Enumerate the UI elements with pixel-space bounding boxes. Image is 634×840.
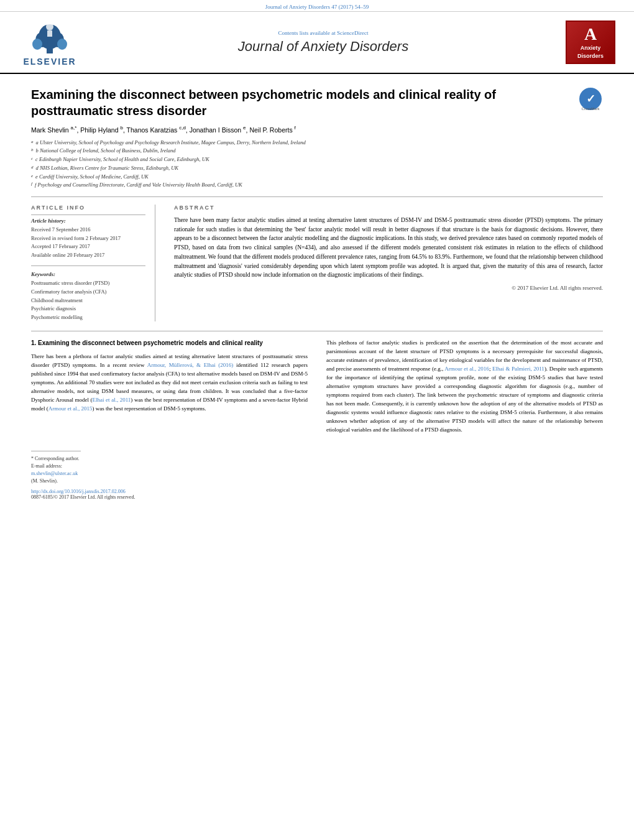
section-1-right-text: This plethora of factor analytic studies… [326, 339, 603, 434]
journal-citation: Journal of Anxiety Disorders 47 (2017) 5… [265, 4, 369, 10]
anxiety-disorders-logo: A Anxiety Disorders [566, 21, 615, 64]
article-info-col: ARTICLE INFO Article history: Received 7… [31, 205, 155, 321]
svg-point-6 [46, 23, 53, 30]
affiliation-b: bb National College of Ireland, School o… [31, 147, 603, 155]
keywords-section: Keywords: Posttraumatic stress disorder … [31, 271, 145, 321]
article-title: Examining the disconnect between psychom… [31, 86, 578, 119]
section-1-left-text: There has been a plethora of factor anal… [31, 353, 308, 413]
footnote-divider: * Corresponding author. E-mail address: … [31, 451, 81, 485]
doi-section: http://dx.doi.org/10.1016/j.janxdis.2017… [31, 489, 308, 500]
divider-2 [31, 331, 603, 331]
affiliations: aa Ulster University, School of Psycholo… [31, 139, 603, 190]
keyword-2: Childhood maltreatment [31, 297, 145, 305]
journal-top-bar: Journal of Anxiety Disorders 47 (2017) 5… [0, 0, 634, 12]
affiliation-a: aa Ulster University, School of Psycholo… [31, 139, 603, 147]
ref-armour-2015: Armour et al., 2015 [48, 405, 93, 412]
history-label: Article history: [31, 218, 145, 224]
affiliation-c: cc Edinburgh Napier University, School o… [31, 155, 603, 164]
abstract-text: There have been many factor analytic stu… [174, 216, 603, 280]
revised-date: Received in revised form 2 February 2017 [31, 234, 145, 243]
email-link: m.shevlin@ulster.ac.uk [31, 471, 78, 476]
divider-keywords [31, 265, 145, 266]
body-left-col: 1. Examining the disconnect between psyc… [31, 339, 308, 500]
elsevier-brand-label: ELSEVIER [23, 57, 76, 67]
body-section-1: 1. Examining the disconnect between psyc… [31, 339, 603, 500]
ref-elhai-palmieri: Elhai & Palmieri, 2011 [492, 366, 544, 372]
ref-armour-2016: Armour, Müllerová, & Elhai (2016) [147, 362, 234, 368]
section-1-heading: 1. Examining the disconnect between psyc… [31, 339, 308, 348]
journal-title: Journal of Anxiety Disorders [81, 39, 566, 55]
divider-1 [31, 196, 603, 197]
abstract-section: ABSTRACT There have been many factor ana… [174, 205, 603, 321]
elsevier-logo: ELSEVIER [19, 18, 81, 67]
svg-rect-7 [47, 30, 52, 37]
svg-point-4 [32, 39, 42, 50]
authors-line: Mark Shevlin a,*, Philip Hyland b, Thano… [31, 125, 603, 134]
article-info-abstract: ARTICLE INFO Article history: Received 7… [31, 205, 603, 321]
main-content: Examining the disconnect between psychom… [0, 74, 634, 512]
keywords-label: Keywords: [31, 271, 145, 277]
article-title-section: Examining the disconnect between psychom… [31, 86, 603, 119]
body-right-col: This plethora of factor analytic studies… [326, 339, 603, 500]
sciencedirect-link: Contents lists available at ScienceDirec… [81, 30, 566, 36]
keyword-1: Confirmatory factor analysis (CFA) [31, 288, 145, 297]
footnotes-section: * Corresponding author. E-mail address: … [31, 451, 308, 500]
affiliation-f: ff Psychology and Counselling Directorat… [31, 181, 603, 189]
article-history: Article history: Received 7 September 20… [31, 215, 145, 259]
svg-text:CrossMark: CrossMark [581, 107, 600, 111]
keyword-4: Psychometric modelling [31, 313, 145, 322]
journal-center: Contents lists available at ScienceDirec… [81, 30, 566, 55]
elsevier-tree-icon [28, 18, 71, 55]
bottom-copyright: 0887-6185/© 2017 Elsevier Ltd. All right… [31, 494, 308, 500]
anxiety-logo-text: Anxiety Disorders [577, 44, 604, 60]
abstract-copyright: © 2017 Elsevier Ltd. All rights reserved… [174, 285, 603, 291]
abstract-title: ABSTRACT [174, 205, 603, 211]
page: Journal of Anxiety Disorders 47 (2017) 5… [0, 0, 634, 840]
ref-armour-2016b: Armour et al., 2016 [444, 366, 489, 372]
crossmark-logo: ✓ CrossMark [578, 86, 603, 113]
email-line: E-mail address: m.shevlin@ulster.ac.uk (… [31, 463, 81, 485]
available-date: Available online 20 February 2017 [31, 251, 145, 260]
svg-point-5 [57, 39, 67, 50]
ref-elhai-2011: Elhai et al., 2011 [93, 397, 131, 403]
accepted-date: Accepted 17 February 2017 [31, 242, 145, 251]
keyword-0: Posttraumatic stress disorder (PTSD) [31, 279, 145, 288]
keyword-3: Psychiatric diagnosis [31, 305, 145, 313]
svg-text:✓: ✓ [586, 93, 595, 105]
journal-header: ELSEVIER Contents lists available at Sci… [0, 12, 634, 74]
doi-link: http://dx.doi.org/10.1016/j.janxdis.2017… [31, 489, 308, 494]
affiliation-d: dd NHS Lothian, Rivers Centre for Trauma… [31, 164, 603, 172]
affiliation-e: ee Cardiff University, School of Medicin… [31, 173, 603, 181]
received-date: Received 7 September 2016 [31, 226, 145, 234]
history-subsection: Article history: Received 7 September 20… [31, 218, 145, 259]
article-info-title: ARTICLE INFO [31, 205, 145, 211]
corresponding-author-note: * Corresponding author. [31, 455, 81, 463]
